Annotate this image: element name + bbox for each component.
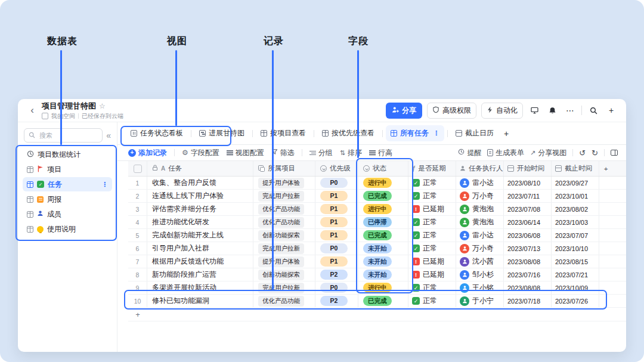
sidebar-item-tasks[interactable]: ✓ 任务 ⋮ [23, 177, 112, 191]
header-task[interactable]: A 任务 [147, 161, 253, 176]
delay-cell[interactable]: ✓正常 [408, 216, 456, 228]
row-number-cell[interactable]: 1 [128, 177, 147, 189]
status-cell[interactable]: 未开始 [358, 242, 408, 255]
priority-cell[interactable]: P1 [315, 216, 358, 228]
header-project[interactable]: 所属项目 [253, 161, 315, 176]
assignee-cell[interactable]: 雷小达 [456, 177, 504, 189]
tab-by-project[interactable]: 按项目查看 [256, 125, 311, 141]
project-cell[interactable]: 创新功能探索 [253, 268, 315, 281]
tab-due-calendar[interactable]: 截止日历 [451, 125, 499, 141]
end-date-cell[interactable]: 2023/08/02 [552, 203, 599, 215]
assignee-cell[interactable]: 万小奇 [456, 190, 504, 202]
status-cell[interactable]: 已完成 [358, 229, 408, 242]
space-name[interactable]: 我的空间 [51, 112, 75, 120]
panel-icon[interactable] [611, 150, 618, 156]
start-date-cell[interactable]: 2023/07/13 [504, 242, 552, 255]
end-date-cell[interactable]: 2023/10/10 [552, 242, 599, 255]
project-cell[interactable]: 创新功能探索 [253, 229, 315, 242]
undo-icon[interactable]: ↺ [579, 148, 586, 157]
end-date-cell[interactable]: 2023/10/01 [552, 190, 599, 202]
priority-cell[interactable]: P0 [315, 242, 358, 255]
search-icon[interactable] [587, 104, 600, 117]
notification-icon[interactable] [546, 104, 559, 117]
task-name-cell[interactable]: 根据用户反馈迭代功能 [147, 255, 253, 268]
row-number-cell[interactable]: 10 [128, 295, 147, 307]
end-date-cell[interactable]: 2023/10/03 [552, 216, 599, 228]
table-row[interactable]: 6引导用户加入社群完成用户拉新P0未开始✓正常万小奇2023/07/132023… [128, 242, 626, 255]
table-row[interactable]: 1收集、整合用户反馈提升用户体验P0进行中✓正常雷小达2023/08/10202… [128, 177, 626, 190]
task-name-cell[interactable]: 引导用户加入社群 [147, 242, 253, 255]
add-row[interactable]: + [128, 308, 626, 321]
table-row[interactable]: 3评估需求并细分任务优化产品功能P1进行中!已延期黄泡泡2023/07/0820… [128, 203, 626, 216]
task-name-cell[interactable]: 修补已知功能漏洞 [147, 295, 253, 307]
priority-cell[interactable]: P2 [315, 295, 358, 307]
status-cell[interactable]: 已完成 [358, 295, 408, 307]
presentation-icon[interactable] [528, 104, 541, 117]
row-height-button[interactable]: 行高 [369, 148, 392, 158]
sidebar-item-project-stats[interactable]: 项目数据统计 [23, 147, 112, 162]
star-icon[interactable]: ☆ [99, 102, 106, 110]
header-priority[interactable]: 优先级 [315, 161, 358, 176]
priority-cell[interactable]: P2 [315, 268, 358, 281]
add-view-button[interactable]: + [500, 126, 513, 141]
start-date-cell[interactable]: 2023/08/08 [504, 281, 552, 294]
more-icon[interactable]: ⋯ [564, 104, 577, 117]
assignee-cell[interactable]: 黄泡泡 [456, 203, 504, 215]
table-row[interactable]: 5完成创新功能开发上线创新功能探索P1已完成✓正常雷小达2023/06/0820… [128, 229, 626, 242]
assignee-cell[interactable]: 王小铭 [456, 281, 504, 294]
collapse-sidebar-icon[interactable]: « [106, 131, 111, 140]
status-cell[interactable]: 未开始 [358, 255, 408, 268]
start-date-cell[interactable]: 2023/06/08 [504, 229, 552, 242]
status-cell[interactable]: 进行中 [358, 281, 408, 294]
task-name-cell[interactable]: 连通线上线下用户体验 [147, 190, 253, 202]
row-number-cell[interactable]: 9 [128, 281, 147, 294]
back-icon[interactable]: ‹ [26, 104, 38, 116]
end-date-cell[interactable]: 2023/07/21 [552, 268, 599, 281]
start-date-cell[interactable]: 2023/07/18 [504, 295, 552, 307]
priority-cell[interactable]: P0 [315, 177, 358, 189]
remind-button[interactable]: 提醒 [458, 148, 481, 158]
tab-more-icon[interactable]: ⋮ [433, 129, 439, 137]
priority-cell[interactable]: P0 [315, 281, 358, 294]
delay-cell[interactable]: ✓正常 [408, 281, 456, 294]
assignee-cell[interactable]: 于小宁 [456, 295, 504, 307]
priority-cell[interactable]: P1 [315, 229, 358, 242]
add-column-button[interactable]: + [599, 161, 612, 176]
priority-cell[interactable]: P1 [315, 203, 358, 215]
delay-cell[interactable]: ✓正常 [408, 295, 456, 307]
row-number-cell[interactable]: 8 [128, 268, 147, 281]
task-name-cell[interactable]: 新功能阶段推广运营 [147, 268, 253, 281]
project-cell[interactable]: 完成用户拉新 [253, 190, 315, 202]
assignee-cell[interactable]: 万小奇 [456, 242, 504, 255]
header-end-date[interactable]: 截止时间 [552, 161, 599, 176]
task-name-cell[interactable]: 评估需求并细分任务 [147, 203, 253, 215]
view-config-button[interactable]: 视图配置 [227, 148, 264, 158]
delay-cell[interactable]: !已延期 [408, 255, 456, 268]
tab-all-tasks[interactable]: 所有任务 ⋮ [386, 125, 444, 141]
generate-form-button[interactable]: 生成表单 [487, 148, 524, 158]
add-row-plus-icon[interactable]: + [128, 308, 147, 321]
group-button[interactable]: 分组 [309, 148, 333, 158]
sidebar-item-guide[interactable]: 使用说明 [23, 222, 112, 236]
priority-cell[interactable]: P1 [315, 255, 358, 268]
delay-cell[interactable]: ✓正常 [408, 190, 456, 202]
end-date-cell[interactable]: 2023/09/27 [552, 177, 599, 189]
start-date-cell[interactable]: 2023/06/14 [504, 216, 552, 228]
header-assignee[interactable]: 任务执行人 [456, 161, 504, 176]
share-view-button[interactable]: ↗ 分享视图 [530, 148, 566, 158]
assignee-cell[interactable]: 邹小杉 [456, 268, 504, 281]
delay-cell[interactable]: !已延期 [408, 203, 456, 215]
tab-by-priority[interactable]: 按优先级查看 [317, 125, 379, 141]
table-row[interactable]: 10修补已知功能漏洞优化产品功能P2已完成✓正常于小宁2023/07/18202… [128, 295, 626, 308]
sidebar-item-weekly-report[interactable]: 周报 [23, 192, 112, 206]
table-row[interactable]: 8新功能阶段推广运营创新功能探索P2未开始!已延期邹小杉2023/07/1620… [128, 268, 626, 281]
priority-cell[interactable]: P1 [315, 190, 358, 202]
task-name-cell[interactable]: 推进功能优化研发 [147, 216, 253, 228]
row-number-cell[interactable]: 3 [128, 203, 147, 215]
project-cell[interactable]: 优化产品功能 [253, 295, 315, 307]
row-number-cell[interactable]: 7 [128, 255, 147, 268]
table-row[interactable]: 7根据用户反馈迭代功能提升用户体验P1未开始!已延期沈小茜2023/08/082… [128, 255, 626, 268]
table-row[interactable]: 9多渠道开展拉新活动完成用户拉新P0进行中✓正常王小铭2023/08/08202… [128, 281, 626, 295]
end-date-cell[interactable]: 2023/10/09 [552, 281, 599, 294]
delay-cell[interactable]: ✓正常 [408, 177, 456, 189]
